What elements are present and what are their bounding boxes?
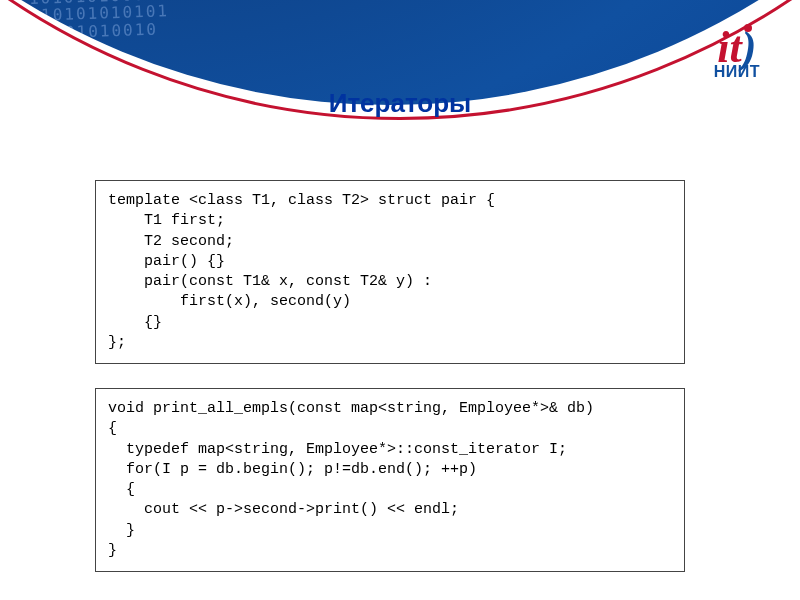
logo-it-text: it xyxy=(717,23,741,72)
code-block-print-function: void print_all_empls(const map<string, E… xyxy=(95,388,685,572)
slide-title: Итераторы xyxy=(0,88,800,119)
logo-it-mark: it) xyxy=(714,30,760,65)
code-block-pair-struct: template <class T1, class T2> struct pai… xyxy=(95,180,685,364)
slide-header: 01010011010101 1010101000101 01010101010… xyxy=(0,0,800,170)
slide-content: template <class T1, class T2> struct pai… xyxy=(95,180,685,596)
org-logo: it) НИИТ xyxy=(714,30,760,81)
logo-dot-icon xyxy=(744,24,752,32)
